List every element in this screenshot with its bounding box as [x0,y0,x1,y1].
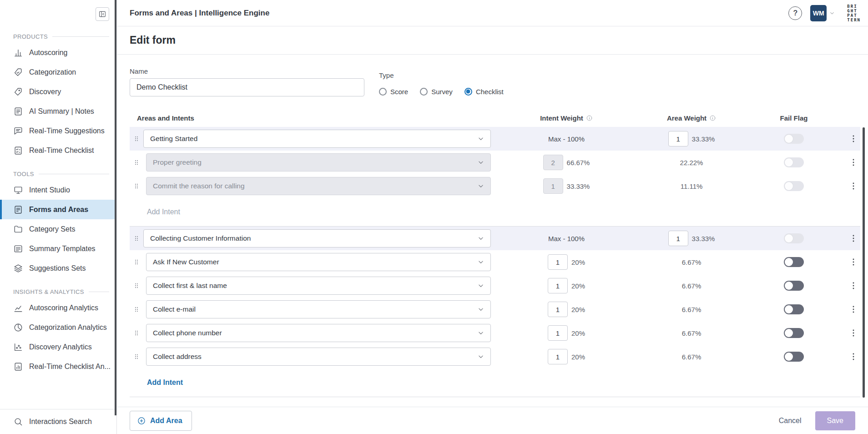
area-name-select[interactable]: Collecting Customer Information [143,229,491,247]
intent-weight-input[interactable] [548,254,568,270]
intent-name-select: Commit the reason for calling [146,177,491,195]
fail-flag-toggle[interactable] [784,304,804,314]
info-icon [586,115,593,121]
kebab-menu-icon[interactable] [848,257,858,267]
kebab-menu-icon[interactable] [848,328,858,338]
sidebar-item-intent-studio[interactable]: Intent Studio [0,180,116,200]
sidebar-item-autoscoring-analytics[interactable]: Autoscoring Analytics [0,298,116,318]
drag-handle-icon[interactable] [133,328,140,338]
intent-area-percent: 6.67% [682,329,701,337]
sidebar-collapse-button[interactable] [96,7,109,21]
drag-handle-icon[interactable] [133,134,140,143]
area-name-select[interactable]: Getting Started [143,130,491,148]
sidebar-item-categorization[interactable]: Categorization [0,62,116,82]
help-icon[interactable]: ? [788,6,802,20]
intent-weight-input[interactable] [548,278,568,293]
drag-handle-icon[interactable] [133,182,140,191]
sidebar-item-autoscoring[interactable]: Autoscoring [0,43,116,62]
kebab-menu-icon[interactable] [848,233,858,243]
save-button[interactable]: Save [815,411,855,430]
chevron-down-icon [477,353,485,361]
radio-checklist[interactable]: Checklist [464,88,504,96]
sidebar-item-discovery-analytics[interactable]: Discovery Analytics [0,337,116,357]
radio-survey[interactable]: Survey [420,88,453,96]
sidebar-scrollbar[interactable] [115,0,116,415]
intent-name-select[interactable]: Collect address [146,348,491,366]
intent-weight-input[interactable] [548,349,568,364]
user-menu[interactable]: WM [810,5,835,21]
intent-weight-input[interactable] [548,302,568,317]
intent-name: Proper greeting [153,158,202,167]
kebab-menu-icon[interactable] [848,304,858,314]
collapse-panel-icon [98,10,106,18]
sidebar-item-real-time-suggestions[interactable]: Real-Time Suggestions [0,121,116,141]
sidebar-item-label: Category Sets [29,225,75,233]
drag-handle-icon[interactable] [133,352,140,361]
logo-line: GHT [847,9,861,13]
drag-handle-icon[interactable] [133,305,140,314]
area-row: Collecting Customer Information Max - 10… [130,227,860,250]
intent-name-select[interactable]: Collect first & last name [146,277,491,295]
form-name-input[interactable] [130,78,364,96]
kebab-menu-icon[interactable] [848,157,858,167]
intent-area-percent: 6.67% [682,353,701,361]
kebab-menu-icon[interactable] [848,352,858,362]
divider [130,397,860,397]
intent-name-select[interactable]: Collect e-mail [146,300,491,318]
sidebar-item-ai-summary-notes[interactable]: AI Summary | Notes [0,101,116,121]
intent-area-percent: 6.67% [682,258,701,266]
intent-name-select[interactable]: Collect phone number [146,324,491,342]
radio-label: Score [390,88,408,96]
drag-handle-icon[interactable] [133,158,140,167]
kebab-menu-icon[interactable] [848,134,858,144]
drag-handle-icon[interactable] [133,281,140,290]
sidebar-item-category-sets[interactable]: Category Sets [0,219,116,239]
radio-score[interactable]: Score [379,88,408,96]
fail-flag-toggle[interactable] [784,257,804,267]
kebab-menu-icon[interactable] [848,281,858,291]
main-panel: Forms and Areas | Intelligence Engine ? … [117,0,868,434]
page-header: Edit form [117,26,868,55]
kebab-menu-icon[interactable] [848,181,858,191]
area-weight-input[interactable] [668,231,688,246]
radio-icon [420,88,428,96]
intent-name: Collect first & last name [153,282,227,290]
fail-flag-toggle[interactable] [784,328,804,338]
topbar: Forms and Areas | Intelligence Engine ? … [117,0,868,26]
drag-handle-icon[interactable] [133,257,140,267]
intent-weight-input [543,178,563,194]
sidebar-item-categorization-analytics[interactable]: Categorization Analytics [0,318,116,337]
chat-bubble-icon [13,126,23,136]
sidebar-item-interactions-search[interactable]: Interactions Search [0,409,116,434]
sidebar-item-summary-templates[interactable]: Summary Templates [0,239,116,258]
area-weight-input[interactable] [668,131,688,146]
fail-flag-toggle[interactable] [784,281,804,291]
add-intent-row: Add Intent [130,368,860,397]
sidebar-item-discovery[interactable]: Discovery [0,82,116,101]
plus-circle-icon [137,416,146,425]
table-scrollbar[interactable] [863,127,865,398]
sidebar-item-forms-and-areas[interactable]: Forms and Areas [0,200,116,219]
intent-weight-input[interactable] [548,325,568,341]
add-area-button[interactable]: Add Area [130,411,192,431]
type-label: Type [379,71,504,79]
bottom-action-bar: Add Area Cancel Save [117,407,868,434]
chevron-down-icon [477,305,485,313]
cancel-button[interactable]: Cancel [779,417,802,425]
sidebar-item-label: Intent Studio [29,186,70,194]
fail-flag-toggle[interactable] [784,352,804,362]
sidebar-item-real-time-checklist-analytics[interactable]: Real-Time Checklist An... [0,357,116,376]
drag-handle-icon[interactable] [133,234,140,243]
logo-line: PAT [847,13,861,18]
logo-line: TERN [847,18,861,22]
section-label: INSIGHTS & ANALYTICS [0,285,116,298]
add-intent-button[interactable]: Add Intent [147,378,183,387]
sidebar-item-real-time-checklist[interactable]: Real-Time Checklist [0,141,116,160]
intent-name-select[interactable]: Ask If New Customer [146,253,491,271]
brightpattern-logo: BRI GHT PAT TERN [847,4,861,22]
sidebar-item-suggestions-sets[interactable]: Suggestions Sets [0,258,116,278]
sidebar-item-label: Suggestions Sets [29,264,86,273]
name-label: Name [130,67,364,75]
intent-row: Collect phone number 20% 6.67% [130,321,860,345]
intent-weight-percent: 20% [571,282,585,290]
